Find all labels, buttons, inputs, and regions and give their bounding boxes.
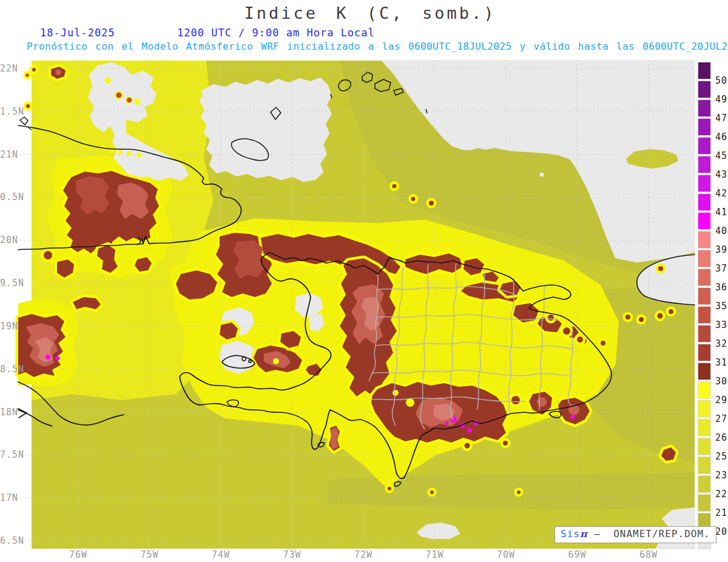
lat-label: 22N [0,63,18,74]
colorbar-label: 49.1 [715,94,728,105]
colorbar-label: 40 [715,226,727,236]
colorbar-label: 36.5 [715,282,728,293]
colorbar-label: 50 [715,75,727,86]
colorbar-label: 37.8 [715,263,728,274]
colorbar-segment [698,419,711,437]
colorbar-segment [698,250,711,267]
colorbar-segment [698,81,711,98]
colorbar-segment [698,99,711,117]
colorbar-segment [698,325,711,343]
lon-label: 73W [274,549,311,560]
lon-label: 68W [630,549,667,560]
lat-label: 1.5N [0,106,18,117]
colorbar-label: 26.5 [715,432,728,443]
lat-label: 8.5N [0,364,18,375]
lon-label: 71W [417,549,453,560]
k-index-map [0,0,728,562]
colorbar-label: 25.2 [715,451,728,462]
colorbar-segment [698,175,711,192]
lat-label: 21N [0,149,18,160]
colorbar-label: 46.5 [715,132,728,142]
weather-map-page: Indice K (C, somb.) 18-Jul-2025 1200 UTC… [0,0,728,562]
colorbar-segment [698,457,711,474]
colorbar-label: 39.1 [715,244,728,255]
colorbar-label: 27.8 [715,413,728,424]
lat-label: 7.5N [0,449,18,460]
lat-label: 18N [0,407,18,418]
colorbar-segment [698,118,711,136]
colorbar-label: 22.6 [715,489,728,500]
map-canvas: 22N1.5N21N0.5N20N9.5N19N8.5N18N7.5N17N6.… [0,0,728,562]
lat-label: 9.5N [0,278,18,289]
colorbar-label: 47.8 [715,113,728,124]
colorbar-label: 43.9 [715,169,728,180]
credit-brand: Sis [561,528,580,540]
colorbar-label: 30 [715,376,727,387]
colorbar-label: 32.6 [715,338,728,349]
colorbar-label: 21.3 [715,507,728,518]
colorbar-segment [698,231,711,249]
lon-label: 74W [203,549,239,560]
credit-separator: – [594,528,601,540]
colorbar-label: 31.3 [715,357,728,368]
credit-box: Sisπ – ONAMET/REP.DOM. [554,526,716,543]
colorbar-segment [698,62,711,79]
colorbar-segment [698,193,711,211]
colorbar-label: 29.1 [715,395,728,406]
lon-label: 76W [60,549,96,560]
colorbar-segment [698,363,711,380]
lat-label: 6.5N [0,535,18,546]
colorbar-label: 35.2 [715,301,728,312]
colorbar-label: 33.9 [715,319,728,330]
colorbar-segment [698,269,711,286]
lat-label: 19N [0,321,18,332]
colorbar-segment [698,212,711,230]
credit-org: ONAMET/REP.DOM. [613,528,710,540]
colorbar-segment [698,438,711,455]
colorbar-label: 45.2 [715,150,728,161]
lat-label: 20N [0,235,18,246]
colorbar-label: 23.9 [715,470,728,481]
colorbar-segment [698,494,711,512]
colorbar-segment [698,287,711,305]
credit-pi-logo: π [580,528,588,540]
colorbar-segment [698,344,711,361]
colorbar-segment [698,306,711,324]
colorbar-label: 41.3 [715,207,728,218]
colorbar-segment [698,156,711,173]
colorbar-segment [698,475,711,493]
colorbar-segment [698,137,711,155]
lon-label: 70W [488,549,524,560]
colorbar-label: 20 [715,526,727,537]
lat-label: 17N [0,492,18,503]
colorbar-segment [698,381,711,399]
colorbar-label: 42.6 [715,188,728,199]
colorbar-segment [698,400,711,418]
lon-label: 75W [132,549,168,560]
lat-label: 0.5N [0,192,18,202]
inagua-bank-gray [200,78,331,181]
lon-label: 69W [559,549,596,560]
lon-label: 72W [345,549,382,560]
